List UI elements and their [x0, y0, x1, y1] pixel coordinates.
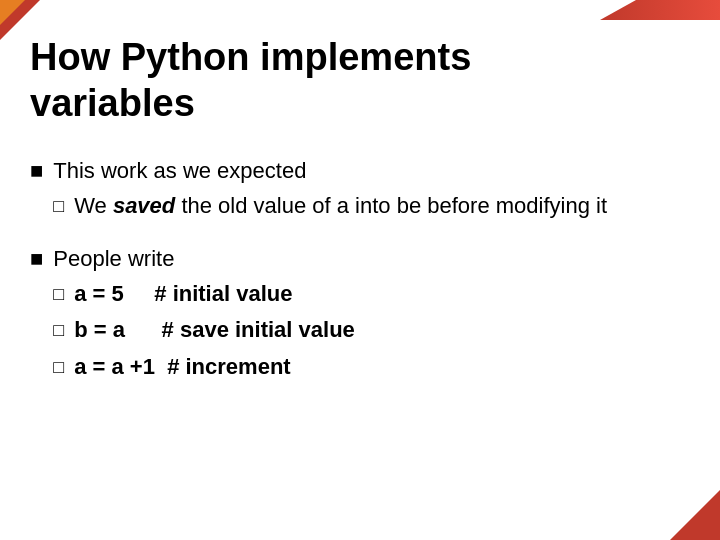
sub-bullet-text-2: a = 5 # initial value [74, 279, 292, 310]
sub-bullet-text-1: We saved the old value of a into be befo… [74, 191, 607, 222]
bullet-text-2: People write [53, 244, 355, 275]
bullet-text-1: This work as we expected [53, 156, 607, 187]
bullet-content-2: People write □ a = 5 # initial value □ b… [53, 244, 355, 389]
slide-title: How Python implements variables [30, 35, 690, 126]
bullet-item-2: ■ People write □ a = 5 # initial value □… [30, 244, 690, 389]
main-bullet-list: ■ This work as we expected □ We saved th… [30, 156, 690, 405]
sub-bullet-item-1: □ We saved the old value of a into be be… [53, 191, 607, 222]
code-ba: b = a [74, 317, 125, 342]
comment-save: # save initial value [162, 317, 355, 342]
comment-initial: # initial value [154, 281, 292, 306]
sub-bullet-icon-1: □ [53, 194, 64, 219]
comment-increment: # increment [167, 354, 291, 379]
code-increment: a = a +1 [74, 354, 155, 379]
title-line2: variables [30, 82, 195, 124]
sub-bullet-item-2: □ a = 5 # initial value [53, 279, 355, 310]
bullet-icon-1: ■ [30, 156, 43, 187]
bullet-content-1: This work as we expected □ We saved the … [53, 156, 607, 228]
code-a5: a = 5 [74, 281, 124, 306]
bullet-icon-2: ■ [30, 244, 43, 275]
sub-bullet-icon-4: □ [53, 355, 64, 380]
sub-bullet-list-2: □ a = 5 # initial value □ b = a # save i… [53, 279, 355, 389]
sub-bullet-icon-3: □ [53, 318, 64, 343]
sub-bullet-item-4: □ a = a +1 # increment [53, 352, 355, 383]
bullet-item-1: ■ This work as we expected □ We saved th… [30, 156, 690, 228]
corner-decoration-top-right [600, 0, 720, 20]
sub-bullet-icon-2: □ [53, 282, 64, 307]
sub-bullet-list-1: □ We saved the old value of a into be be… [53, 191, 607, 228]
title-line1: How Python implements [30, 36, 471, 78]
sub-bullet-item-3: □ b = a # save initial value [53, 315, 355, 346]
sub-bullet-text-4: a = a +1 # increment [74, 352, 290, 383]
saved-text: saved [113, 193, 175, 218]
slide-content: How Python implements variables ■ This w… [30, 20, 690, 520]
sub-bullet-text-3: b = a # save initial value [74, 315, 355, 346]
